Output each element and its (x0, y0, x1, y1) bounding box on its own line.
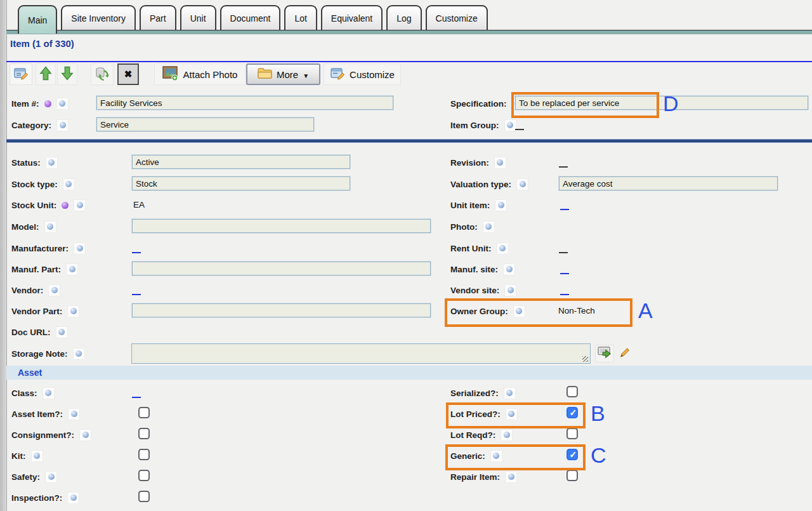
app-window: Main Site Inventory Part Unit Document L… (0, 0, 812, 511)
tab-site-inventory[interactable]: Site Inventory (61, 5, 136, 30)
attach-photo-button[interactable]: Attach Photo (154, 63, 246, 85)
vendor-site-link[interactable] (560, 294, 569, 296)
folder-icon (258, 67, 272, 81)
photo-row: Photo: (0, 219, 812, 234)
insert-note-button[interactable] (595, 345, 614, 362)
help-icon[interactable] (494, 157, 506, 169)
help-icon[interactable] (490, 450, 502, 462)
lot-priced-checkbox[interactable] (566, 407, 578, 418)
refresh-button[interactable] (91, 63, 114, 85)
storage-note-textarea[interactable] (131, 343, 591, 364)
inspection-label: Inspection?: (11, 493, 62, 503)
revision-label: Revision: (450, 158, 489, 168)
repair-item-row: Repair Item: (0, 469, 812, 484)
valuation-type-input[interactable] (559, 176, 778, 190)
more-label: More (277, 69, 298, 80)
owner-group-row: Owner Group: Non-Tech (0, 303, 812, 319)
page-title: Item (1 of 330) (10, 38, 74, 49)
edit-record-button[interactable] (10, 63, 32, 85)
help-icon[interactable] (504, 119, 516, 131)
help-icon[interactable] (67, 492, 79, 504)
vendor-site-label: Vendor site: (450, 286, 499, 295)
chevron-down-icon (303, 69, 309, 80)
unit-item-label: Unit item: (450, 201, 490, 210)
asset-section-title: Asset (18, 368, 42, 378)
manuf-site-link[interactable] (560, 273, 569, 275)
specification-row: Specification: (0, 96, 812, 111)
lot-reqd-row: Lot Reqd?: (0, 427, 812, 442)
close-icon (124, 69, 133, 80)
serialized-row: Serialized?: (0, 385, 812, 401)
help-icon[interactable] (483, 221, 495, 233)
help-icon[interactable] (504, 284, 516, 296)
customize-button[interactable]: Customize (324, 63, 401, 85)
help-icon[interactable] (503, 263, 515, 275)
tab-lot[interactable]: Lot (284, 5, 317, 30)
rent-unit-value-blank (559, 252, 568, 253)
lot-reqd-checkbox[interactable] (566, 428, 578, 439)
help-icon[interactable] (516, 178, 528, 190)
edit-record-icon (13, 66, 29, 83)
tab-bar: Main Site Inventory Part Unit Document L… (18, 5, 488, 30)
resize-grip[interactable] (582, 356, 588, 362)
vendor-site-row: Vendor site: (0, 282, 812, 298)
edit-note-button[interactable] (615, 345, 634, 362)
serialized-label: Serialized?: (450, 388, 499, 398)
rent-unit-label: Rent Unit: (450, 244, 492, 253)
manuf-site-row: Manuf. site: (0, 262, 812, 277)
manuf-site-label: Manuf. site: (450, 265, 498, 274)
help-icon[interactable] (73, 348, 85, 360)
customize-icon (330, 66, 345, 83)
lot-priced-label: Lot Priced?: (450, 409, 501, 419)
valuation-type-row: Valuation type: (0, 176, 812, 192)
help-icon[interactable] (504, 387, 516, 399)
tab-unit[interactable]: Unit (180, 5, 216, 30)
item-group-row: Item Group: (0, 117, 812, 133)
close-button[interactable] (117, 63, 139, 85)
pencil-icon (619, 346, 631, 361)
tab-underline-bar (6, 30, 812, 34)
tab-customize[interactable]: Customize (426, 5, 488, 30)
tab-log[interactable]: Log (386, 5, 421, 30)
tab-equivalent[interactable]: Equivalent (321, 5, 383, 30)
revision-value-blank (559, 166, 568, 168)
generic-checkbox[interactable] (566, 449, 578, 460)
help-icon[interactable] (501, 429, 513, 441)
revision-row: Revision: (0, 155, 812, 170)
owner-group-value: Non-Tech (558, 306, 595, 315)
specification-input[interactable] (515, 96, 808, 110)
unit-item-link[interactable] (560, 209, 569, 211)
inspection-row: Inspection?: (0, 490, 812, 505)
customize-label: Customize (350, 69, 395, 80)
next-record-button[interactable] (57, 63, 77, 85)
item-group-value-blank (515, 129, 524, 130)
serialized-checkbox[interactable] (566, 386, 578, 397)
help-icon[interactable] (506, 408, 518, 420)
tab-part[interactable]: Part (140, 5, 176, 30)
section-divider (6, 139, 812, 143)
previous-record-button[interactable] (36, 63, 56, 85)
owner-group-label: Owner Group: (450, 307, 508, 316)
more-button[interactable]: More (246, 63, 320, 85)
arrow-down-icon (61, 65, 74, 83)
tray-arrow-icon (597, 345, 612, 362)
doc-url-row: Doc URL: (0, 324, 812, 340)
repair-item-checkbox[interactable] (566, 470, 578, 481)
inspection-checkbox[interactable] (138, 491, 150, 502)
help-icon[interactable] (513, 305, 525, 317)
tab-main[interactable]: Main (18, 5, 57, 34)
item-group-label: Item Group: (450, 121, 499, 130)
attach-photo-label: Attach Photo (183, 69, 238, 80)
help-icon[interactable] (497, 242, 509, 255)
help-icon[interactable] (56, 326, 68, 338)
tab-document[interactable]: Document (220, 5, 281, 30)
lot-reqd-label: Lot Reqd?: (450, 430, 495, 440)
attach-photo-icon (162, 66, 179, 83)
unit-item-row: Unit item: (0, 197, 812, 213)
help-icon[interactable] (495, 199, 507, 211)
arrow-up-icon (39, 65, 52, 83)
asset-section-band: Asset (6, 366, 812, 380)
help-icon[interactable] (505, 471, 517, 483)
generic-label: Generic: (450, 451, 485, 461)
photo-label: Photo: (450, 222, 478, 232)
